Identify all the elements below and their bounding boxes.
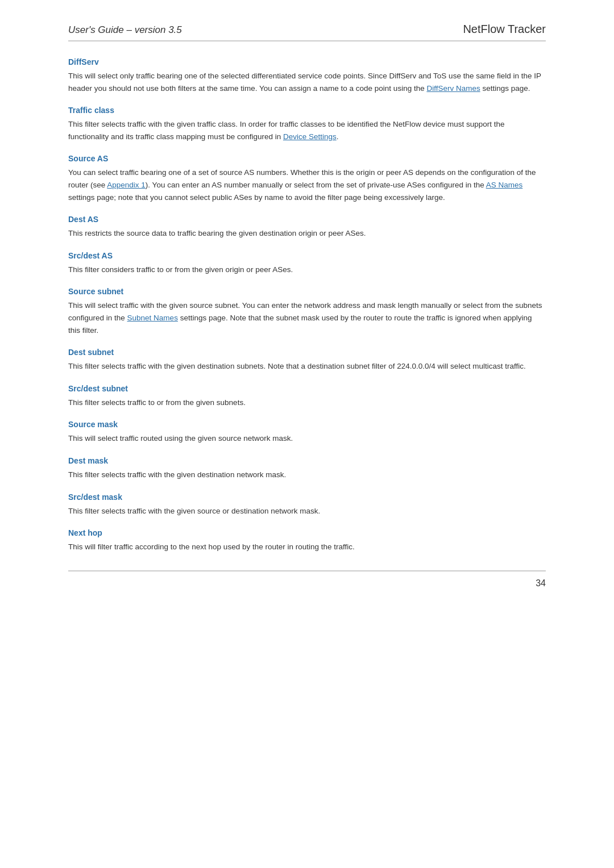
heading-source-as: Source AS: [68, 154, 546, 163]
section-dest-subnet: Dest subnet This filter selects traffic …: [68, 348, 546, 373]
heading-src-dest-subnet: Src/dest subnet: [68, 384, 546, 393]
link-device-settings[interactable]: Device Settings: [283, 132, 337, 141]
heading-source-subnet: Source subnet: [68, 287, 546, 296]
section-src-dest-as: Src/dest AS This filter considers traffi…: [68, 251, 546, 276]
section-src-dest-subnet: Src/dest subnet This filter selects traf…: [68, 384, 546, 409]
section-next-hop: Next hop This will filter traffic accord…: [68, 528, 546, 553]
body-traffic-class: This filter selects traffic with the giv…: [68, 118, 546, 143]
body-source-as: You can select traffic bearing one of a …: [68, 166, 546, 203]
heading-traffic-class: Traffic class: [68, 106, 546, 115]
body-dest-as: This restricts the source data to traffi…: [68, 227, 546, 240]
heading-next-hop: Next hop: [68, 528, 546, 537]
heading-source-mask: Source mask: [68, 420, 546, 429]
body-dest-subnet: This filter selects traffic with the giv…: [68, 360, 546, 373]
body-source-mask: This will select traffic routed using th…: [68, 432, 546, 445]
heading-src-dest-as: Src/dest AS: [68, 251, 546, 260]
heading-src-dest-mask: Src/dest mask: [68, 493, 546, 502]
page-number: 34: [536, 578, 546, 589]
product-title: NetFlow Tracker: [463, 23, 546, 36]
heading-dest-mask: Dest mask: [68, 456, 546, 465]
guide-title: User's Guide – version 3.5: [68, 24, 182, 36]
body-src-dest-subnet: This filter selects traffic to or from t…: [68, 397, 546, 409]
page-footer: 34: [68, 570, 546, 589]
link-diffserv-names[interactable]: DiffServ Names: [426, 84, 480, 93]
body-src-dest-mask: This filter selects traffic with the giv…: [68, 505, 546, 518]
body-src-dest-as: This filter considers traffic to or from…: [68, 264, 546, 276]
section-traffic-class: Traffic class This filter selects traffi…: [68, 106, 546, 143]
page-header: User's Guide – version 3.5 NetFlow Track…: [68, 23, 546, 41]
page-container: User's Guide – version 3.5 NetFlow Track…: [0, 0, 614, 868]
body-next-hop: This will filter traffic according to th…: [68, 541, 546, 553]
heading-dest-as: Dest AS: [68, 215, 546, 224]
body-diffserv: This will select only traffic bearing on…: [68, 70, 546, 94]
body-source-subnet: This will select traffic with the given …: [68, 299, 546, 336]
section-source-mask: Source mask This will select traffic rou…: [68, 420, 546, 445]
section-src-dest-mask: Src/dest mask This filter selects traffi…: [68, 493, 546, 518]
section-source-as: Source AS You can select traffic bearing…: [68, 154, 546, 203]
section-dest-as: Dest AS This restricts the source data t…: [68, 215, 546, 240]
section-diffserv: DiffServ This will select only traffic b…: [68, 57, 546, 94]
heading-dest-subnet: Dest subnet: [68, 348, 546, 357]
section-source-subnet: Source subnet This will select traffic w…: [68, 287, 546, 336]
heading-diffserv: DiffServ: [68, 57, 546, 66]
link-appendix1[interactable]: Appendix 1: [107, 181, 146, 189]
link-subnet-names[interactable]: Subnet Names: [127, 314, 178, 322]
section-dest-mask: Dest mask This filter selects traffic wi…: [68, 456, 546, 481]
link-as-names[interactable]: AS Names: [486, 181, 523, 189]
body-dest-mask: This filter selects traffic with the giv…: [68, 469, 546, 481]
